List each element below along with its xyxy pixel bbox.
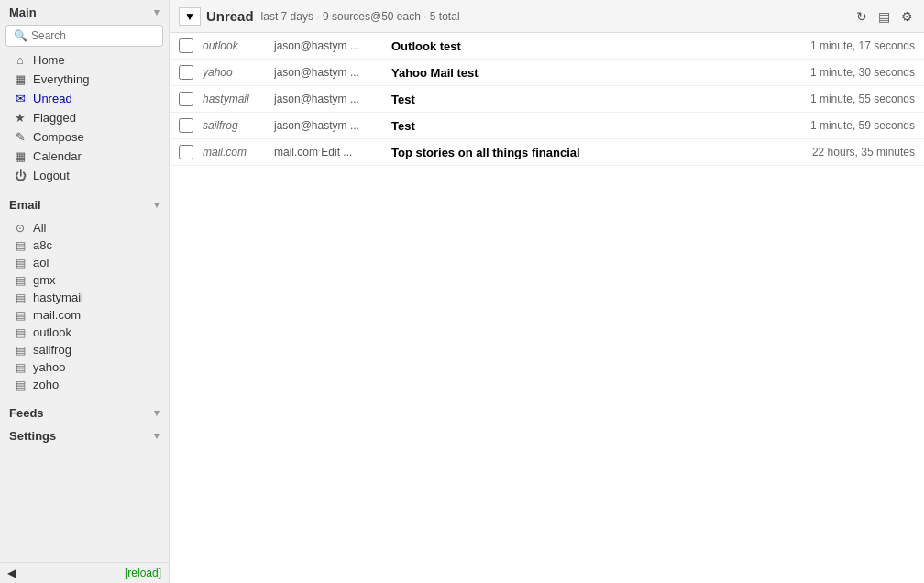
email-nav-gmx[interactable]: ▤ gmx bbox=[0, 271, 169, 289]
sidebar-item-compose[interactable]: ✎ Compose bbox=[0, 127, 169, 147]
sidebar-item-home-label: Home bbox=[33, 53, 65, 67]
sidebar-item-flagged-label: Flagged bbox=[33, 111, 76, 125]
email-checkbox[interactable] bbox=[179, 65, 193, 80]
folder-outlook-icon: ▤ bbox=[13, 326, 28, 339]
email-time: 1 minute, 55 seconds bbox=[810, 93, 915, 105]
logout-icon: ⏻ bbox=[13, 169, 28, 182]
table-row[interactable]: outlook jason@hastym ... Outlook test 1 … bbox=[170, 33, 924, 60]
sidebar-bottom: ◀ [reload] bbox=[0, 562, 169, 583]
folder-button[interactable]: ▤ bbox=[876, 7, 892, 26]
email-time: 1 minute, 17 seconds bbox=[810, 39, 915, 52]
email-nav-all[interactable]: ⊙ All bbox=[0, 219, 169, 236]
email-nav-yahoo[interactable]: ▤ yahoo bbox=[0, 358, 169, 376]
table-row[interactable]: sailfrog jason@hastym ... Test 1 minute,… bbox=[170, 113, 924, 139]
email-nav-aol[interactable]: ▤ aol bbox=[0, 254, 169, 271]
email-source: outlook bbox=[203, 39, 267, 52]
folder-gmx-icon: ▤ bbox=[13, 274, 28, 287]
view-title: Unread bbox=[206, 8, 254, 24]
calendar-icon: ▦ bbox=[13, 149, 28, 163]
email-source: hastymail bbox=[203, 93, 267, 105]
folder-mailcom-icon: ▤ bbox=[13, 309, 28, 322]
email-from: mail.com Edit ... bbox=[274, 146, 384, 159]
folder-yahoo-icon: ▤ bbox=[13, 361, 28, 374]
email-from: jason@hastym ... bbox=[274, 119, 384, 132]
sidebar-item-flagged[interactable]: ★ Flagged bbox=[0, 108, 169, 127]
settings-section-header[interactable]: Settings ▾ bbox=[0, 424, 169, 446]
main-section-header[interactable]: Main ▾ bbox=[0, 0, 169, 23]
home-icon: ⌂ bbox=[13, 53, 28, 67]
feeds-section-label: Feeds bbox=[9, 406, 44, 420]
table-row[interactable]: mail.com mail.com Edit ... Top stories o… bbox=[170, 139, 924, 166]
email-nav-aol-label: aol bbox=[33, 256, 49, 270]
view-dropdown-button[interactable]: ▼ bbox=[179, 7, 201, 26]
topbar: ▼ Unread last 7 days · 9 sources@50 each… bbox=[170, 0, 924, 33]
email-nav-hastymail[interactable]: ▤ hastymail bbox=[0, 289, 169, 306]
email-checkbox[interactable] bbox=[179, 38, 193, 53]
email-from: jason@hastym ... bbox=[274, 66, 384, 79]
main-content: ▼ Unread last 7 days · 9 sources@50 each… bbox=[170, 0, 924, 583]
email-section-arrow: ▾ bbox=[154, 199, 160, 211]
refresh-button[interactable]: ↻ bbox=[854, 7, 869, 26]
email-nav-sailfrog[interactable]: ▤ sailfrog bbox=[0, 341, 169, 358]
table-row[interactable]: hastymail jason@hastym ... Test 1 minute… bbox=[170, 86, 924, 113]
email-checkbox[interactable] bbox=[179, 92, 193, 106]
email-nav-sailfrog-label: sailfrog bbox=[33, 343, 72, 357]
email-subject: Test bbox=[391, 119, 801, 133]
email-subject: Test bbox=[391, 93, 801, 106]
compose-icon: ✎ bbox=[13, 130, 28, 144]
folder-a8c-icon: ▤ bbox=[13, 239, 28, 252]
email-time: 22 hours, 35 minutes bbox=[812, 146, 915, 159]
settings-section-arrow: ▾ bbox=[154, 430, 160, 442]
email-checkbox[interactable] bbox=[179, 145, 193, 160]
sidebar-item-calendar[interactable]: ▦ Calendar bbox=[0, 147, 169, 166]
search-box: 🔍 bbox=[6, 25, 163, 47]
sidebar-item-everything-label: Everything bbox=[33, 72, 89, 86]
email-nav-outlook[interactable]: ▤ outlook bbox=[0, 324, 169, 341]
email-nav-a8c[interactable]: ▤ a8c bbox=[0, 236, 169, 254]
folder-sailfrog-icon: ▤ bbox=[13, 344, 28, 357]
all-icon: ⊙ bbox=[13, 222, 28, 235]
email-subject: Outlook test bbox=[391, 39, 801, 53]
sidebar-item-everything[interactable]: ▦ Everything bbox=[0, 70, 169, 89]
main-nav: ⌂ Home ▦ Everything ✉ Unread ★ Flagged ✎… bbox=[0, 50, 169, 185]
email-source: mail.com bbox=[203, 146, 267, 159]
folder-hastymail-icon: ▤ bbox=[13, 292, 28, 304]
topbar-left: ▼ Unread last 7 days · 9 sources@50 each… bbox=[179, 7, 854, 26]
sidebar-item-logout[interactable]: ⏻ Logout bbox=[0, 166, 169, 185]
sidebar-item-home[interactable]: ⌂ Home bbox=[0, 50, 169, 70]
everything-icon: ▦ bbox=[13, 72, 28, 86]
email-section-header[interactable]: Email ▾ bbox=[0, 192, 169, 215]
email-nav-a8c-label: a8c bbox=[33, 238, 52, 252]
email-source: yahoo bbox=[203, 66, 267, 79]
search-input[interactable] bbox=[31, 29, 155, 42]
settings-button[interactable]: ⚙ bbox=[899, 7, 915, 26]
sidebar-item-logout-label: Logout bbox=[33, 169, 70, 182]
collapse-arrow[interactable]: ◀ bbox=[7, 566, 16, 579]
email-checkbox[interactable] bbox=[179, 118, 193, 133]
email-subject: Yahoo Mail test bbox=[391, 66, 801, 80]
search-icon: 🔍 bbox=[14, 29, 28, 42]
sidebar-item-unread-label: Unread bbox=[33, 92, 72, 105]
email-subject: Top stories on all things financial bbox=[391, 146, 803, 160]
sidebar-item-compose-label: Compose bbox=[33, 130, 84, 144]
email-nav-gmx-label: gmx bbox=[33, 273, 56, 287]
flagged-icon: ★ bbox=[13, 111, 28, 125]
table-row[interactable]: yahoo jason@hastym ... Yahoo Mail test 1… bbox=[170, 60, 924, 86]
email-list: outlook jason@hastym ... Outlook test 1 … bbox=[170, 33, 924, 583]
feeds-section-header[interactable]: Feeds ▾ bbox=[0, 401, 169, 424]
email-nav-all-label: All bbox=[33, 221, 46, 235]
reload-link[interactable]: [reload] bbox=[125, 566, 161, 579]
sidebar-item-unread[interactable]: ✉ Unread bbox=[0, 89, 169, 108]
email-nav-zoho[interactable]: ▤ zoho bbox=[0, 376, 169, 393]
email-from: jason@hastym ... bbox=[274, 39, 384, 52]
sidebar: Main ▾ 🔍 ⌂ Home ▦ Everything ✉ Unread ★ … bbox=[0, 0, 170, 583]
email-nav-mailcom[interactable]: ▤ mail.com bbox=[0, 306, 169, 324]
topbar-right: ↻ ▤ ⚙ bbox=[854, 7, 915, 26]
email-nav-hastymail-label: hastymail bbox=[33, 291, 83, 304]
unread-icon: ✉ bbox=[13, 92, 28, 105]
main-section-label: Main bbox=[9, 6, 37, 19]
email-nav: ⊙ All ▤ a8c ▤ aol ▤ gmx ▤ hastymail ▤ ma… bbox=[0, 215, 169, 393]
email-nav-mailcom-label: mail.com bbox=[33, 308, 81, 322]
email-nav-outlook-label: outlook bbox=[33, 325, 72, 339]
email-time: 1 minute, 59 seconds bbox=[810, 119, 915, 132]
